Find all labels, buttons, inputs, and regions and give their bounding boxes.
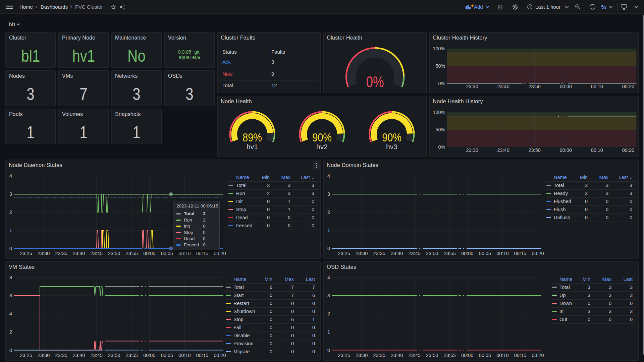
svg-text:00:20: 00:20 xyxy=(214,251,226,256)
svg-text:23:35: 23:35 xyxy=(55,251,67,256)
svg-text:23:30: 23:30 xyxy=(356,353,368,358)
svg-text:2: 2 xyxy=(327,209,330,215)
svg-text:4: 4 xyxy=(9,173,12,179)
svg-text:8: 8 xyxy=(9,275,12,280)
svg-text:23:45: 23:45 xyxy=(91,251,103,256)
svg-text:00:20: 00:20 xyxy=(532,251,544,256)
svg-text:4: 4 xyxy=(9,311,12,316)
svg-text:23:40: 23:40 xyxy=(497,147,509,153)
svg-text:00:20: 00:20 xyxy=(532,353,544,358)
svg-text:23:45: 23:45 xyxy=(91,353,103,358)
svg-text:3: 3 xyxy=(327,191,330,197)
svg-text:23:30: 23:30 xyxy=(466,84,478,89)
svg-text:90%: 90% xyxy=(382,130,401,144)
svg-text:23:55: 23:55 xyxy=(126,353,138,358)
svg-text:23:45: 23:45 xyxy=(409,251,421,256)
svg-text:00:20: 00:20 xyxy=(622,147,634,153)
svg-text:2: 2 xyxy=(327,311,330,316)
svg-text:00:15: 00:15 xyxy=(196,251,208,256)
svg-text:00:10: 00:10 xyxy=(591,147,603,153)
svg-text:00:15: 00:15 xyxy=(196,353,208,358)
svg-text:23:40: 23:40 xyxy=(391,353,403,358)
svg-text:23:25: 23:25 xyxy=(20,353,32,358)
svg-text:00:15: 00:15 xyxy=(514,353,526,358)
svg-text:3: 3 xyxy=(9,191,12,197)
svg-text:23:25: 23:25 xyxy=(338,251,350,256)
svg-text:23:40: 23:40 xyxy=(497,84,509,89)
svg-text:0: 0 xyxy=(9,348,12,353)
svg-text:100%: 100% xyxy=(433,46,445,51)
svg-text:1: 1 xyxy=(9,228,12,233)
svg-text:00:00: 00:00 xyxy=(461,251,473,256)
svg-text:1: 1 xyxy=(327,329,330,335)
svg-text:90%: 90% xyxy=(312,130,332,144)
svg-text:23:30: 23:30 xyxy=(356,251,368,256)
svg-text:23:30: 23:30 xyxy=(38,251,50,256)
svg-text:00:10: 00:10 xyxy=(178,353,191,358)
svg-text:0%: 0% xyxy=(438,144,445,150)
svg-text:00:05: 00:05 xyxy=(161,353,173,358)
svg-text:00:10: 00:10 xyxy=(496,251,508,256)
svg-text:23:55: 23:55 xyxy=(126,251,138,256)
svg-text:00:20: 00:20 xyxy=(214,353,226,358)
svg-text:23:35: 23:35 xyxy=(55,353,67,358)
svg-text:23:50: 23:50 xyxy=(529,147,541,153)
svg-text:00:05: 00:05 xyxy=(479,251,491,256)
svg-text:00:20: 00:20 xyxy=(622,84,634,89)
svg-text:0%: 0% xyxy=(438,81,445,86)
svg-text:00:00: 00:00 xyxy=(560,84,572,89)
svg-text:23:35: 23:35 xyxy=(373,251,385,256)
svg-text:00:00: 00:00 xyxy=(143,353,155,358)
svg-text:23:45: 23:45 xyxy=(409,353,421,358)
svg-text:23:25: 23:25 xyxy=(338,353,350,358)
svg-text:23:40: 23:40 xyxy=(391,251,403,256)
svg-text:23:50: 23:50 xyxy=(529,84,541,89)
svg-text:23:40: 23:40 xyxy=(73,353,85,358)
svg-text:4: 4 xyxy=(327,275,330,280)
svg-text:00:10: 00:10 xyxy=(591,84,603,89)
svg-text:23:25: 23:25 xyxy=(20,251,32,256)
svg-text:50%: 50% xyxy=(435,127,445,132)
svg-text:00:05: 00:05 xyxy=(479,353,491,358)
svg-text:00:00: 00:00 xyxy=(560,147,572,153)
svg-text:00:10: 00:10 xyxy=(178,251,191,256)
svg-text:hv3: hv3 xyxy=(386,143,397,150)
svg-text:0: 0 xyxy=(9,246,12,251)
svg-text:0%: 0% xyxy=(366,73,384,90)
svg-text:23:50: 23:50 xyxy=(108,251,120,256)
svg-text:hv2: hv2 xyxy=(316,143,328,150)
svg-text:2: 2 xyxy=(9,329,12,335)
svg-text:00:05: 00:05 xyxy=(161,251,173,256)
svg-text:hv1: hv1 xyxy=(247,143,258,150)
svg-text:89%: 89% xyxy=(243,130,262,144)
svg-text:2: 2 xyxy=(9,209,12,215)
svg-text:23:55: 23:55 xyxy=(444,353,456,358)
svg-text:3: 3 xyxy=(327,293,330,298)
svg-text:50%: 50% xyxy=(435,63,445,69)
svg-text:00:00: 00:00 xyxy=(143,251,155,256)
svg-text:0: 0 xyxy=(327,348,330,353)
svg-text:0: 0 xyxy=(327,246,330,251)
svg-text:23:40: 23:40 xyxy=(73,251,85,256)
svg-text:23:55: 23:55 xyxy=(444,251,456,256)
svg-text:00:10: 00:10 xyxy=(496,353,508,358)
svg-text:23:50: 23:50 xyxy=(108,353,120,358)
svg-text:23:35: 23:35 xyxy=(373,353,385,358)
svg-text:100%: 100% xyxy=(433,110,445,115)
svg-text:1: 1 xyxy=(327,228,330,233)
svg-text:23:30: 23:30 xyxy=(38,353,50,358)
svg-text:23:50: 23:50 xyxy=(426,353,438,358)
svg-text:23:30: 23:30 xyxy=(466,147,478,153)
svg-text:4: 4 xyxy=(327,173,330,179)
svg-text:00:15: 00:15 xyxy=(514,251,526,256)
svg-text:6: 6 xyxy=(9,293,12,298)
svg-text:23:50: 23:50 xyxy=(426,251,438,256)
svg-text:00:00: 00:00 xyxy=(461,353,473,358)
